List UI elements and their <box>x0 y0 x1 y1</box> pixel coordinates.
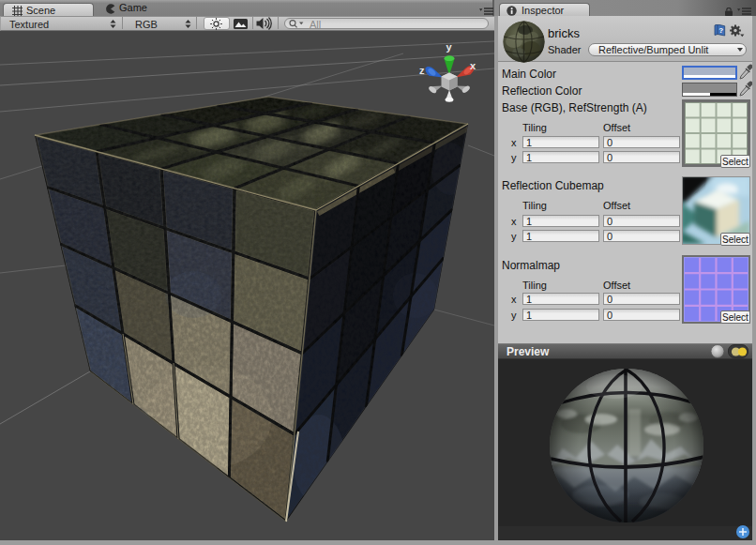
svg-text:y: y <box>446 41 453 53</box>
svg-text:z: z <box>419 65 425 76</box>
svg-text:x: x <box>470 60 476 71</box>
svg-text:?: ? <box>718 26 723 35</box>
